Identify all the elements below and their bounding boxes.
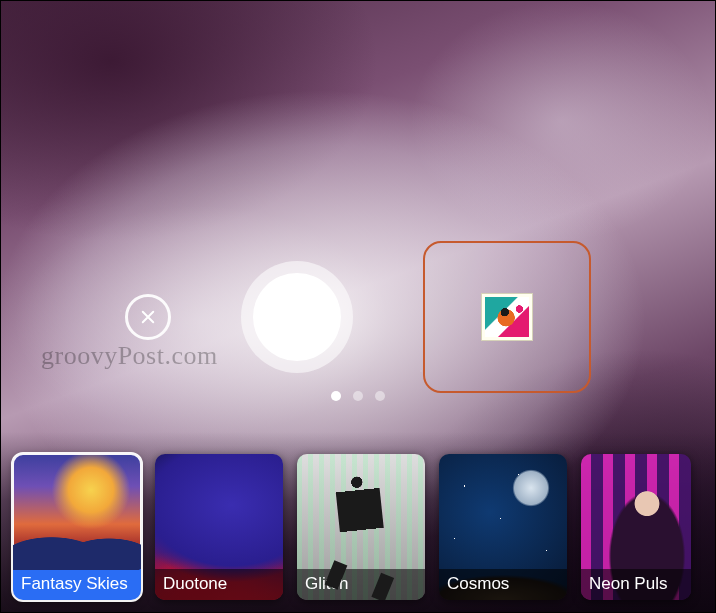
filter-duotone[interactable]: Duotone xyxy=(155,454,283,600)
close-icon xyxy=(139,308,157,326)
camera-app: groovyPost.com Fantasy SkiesDuotoneGlitc… xyxy=(0,0,716,613)
filter-strip[interactable]: Fantasy SkiesDuotoneGlitchCosmosNeon Pul… xyxy=(1,432,715,612)
filter-label: Cosmos xyxy=(439,569,567,600)
pagination-dot-0[interactable] xyxy=(331,391,341,401)
pagination-dot-2[interactable] xyxy=(375,391,385,401)
close-button[interactable] xyxy=(125,294,171,340)
gallery-thumbnail xyxy=(481,293,533,341)
filter-label: Neon Puls xyxy=(581,569,691,600)
shutter-inner xyxy=(253,273,341,361)
filter-glitch[interactable]: Glitch xyxy=(297,454,425,600)
filter-fantasy-skies[interactable]: Fantasy Skies xyxy=(13,454,141,600)
pagination-dot-1[interactable] xyxy=(353,391,363,401)
filter-neon-pulse[interactable]: Neon Puls xyxy=(581,454,691,600)
filter-label: Duotone xyxy=(155,569,283,600)
filter-label: Glitch xyxy=(297,569,425,600)
capture-controls xyxy=(1,241,715,393)
shutter-button[interactable] xyxy=(241,261,353,373)
gallery-last-photo[interactable] xyxy=(423,241,591,393)
pagination-dots xyxy=(1,391,715,401)
filter-cosmos[interactable]: Cosmos xyxy=(439,454,567,600)
gallery-thumbnail-image xyxy=(485,297,529,337)
filter-label: Fantasy Skies xyxy=(13,569,141,600)
